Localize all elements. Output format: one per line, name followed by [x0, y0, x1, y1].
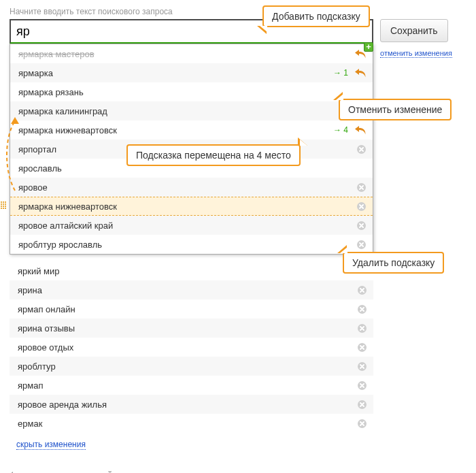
suggestion-row[interactable]: яровое аренда жилья	[10, 395, 373, 414]
suggestion-row[interactable]: ярмарка калининград	[10, 101, 373, 120]
suggestion-label: ярмарка нижневартовск	[18, 125, 333, 135]
suggestion-label: ярмарка	[18, 68, 333, 78]
suggestion-label: ярина	[18, 285, 358, 295]
hide-changes-link[interactable]: скрыть изменения	[16, 440, 86, 450]
move-arrow-icon	[3, 117, 24, 192]
suggestion-row[interactable]: яровое	[10, 178, 373, 197]
callout-undo-text: Отменить изменение	[348, 104, 442, 115]
undo-icon[interactable]	[355, 126, 366, 135]
suggestion-row[interactable]: яровое отдых	[10, 338, 373, 357]
undo-icon[interactable]	[355, 69, 366, 78]
suggestion-label: ярмап	[18, 380, 358, 391]
suggestion-row[interactable]: ярмарка нижневартовск→ 4	[10, 120, 373, 140]
delete-icon[interactable]	[358, 362, 367, 371]
suggestion-row[interactable]: ярмарка мастеров	[10, 44, 373, 63]
callout-moved: Подсказка перемещена на 4 место	[126, 144, 301, 166]
suggestion-label: яроблтур	[18, 361, 358, 372]
delete-icon[interactable]	[358, 305, 367, 314]
callout-add-text: Добавить подсказку	[272, 11, 360, 22]
footer-disable-link[interactable]: отключить мои настройки подсказок для ру…	[10, 470, 466, 473]
suggestion-row[interactable]: яровое алтайский край	[10, 216, 373, 235]
suggestion-label: яровое аренда жилья	[18, 399, 358, 410]
suggestion-row[interactable]: ярмап онлайн	[10, 299, 373, 319]
delete-icon[interactable]	[358, 400, 367, 409]
delete-icon[interactable]	[358, 381, 367, 390]
callout-delete-text: Удалить подсказку	[352, 257, 435, 268]
callout-delete: Удалить подсказку	[343, 252, 444, 274]
delete-icon[interactable]	[358, 343, 367, 352]
suggestion-row[interactable]: яроблтур	[10, 357, 373, 376]
suggestion-row[interactable]: ярина	[10, 280, 373, 299]
save-button[interactable]: Сохранить	[380, 19, 448, 42]
add-suggestion-button[interactable]: +	[364, 42, 373, 52]
cancel-changes-link[interactable]: отменить изменения	[380, 49, 452, 58]
suggestion-label: яровое	[18, 182, 357, 193]
drag-handle-icon[interactable]	[1, 201, 7, 211]
suggestion-row[interactable]: ярмарка нижневартовск	[10, 197, 373, 216]
suggestion-label: ермак	[18, 419, 358, 429]
delete-icon[interactable]	[358, 419, 367, 428]
suggestion-label: ярина отзывы	[18, 323, 358, 333]
delete-icon[interactable]	[358, 324, 367, 333]
suggestion-label: ярмарка калининград	[18, 106, 366, 116]
suggestion-label: ярмарка рязань	[18, 87, 366, 97]
delete-icon[interactable]	[357, 221, 366, 230]
callout-undo: Отменить изменение	[339, 99, 452, 120]
delete-icon[interactable]	[357, 202, 366, 211]
suggestion-row[interactable]: яркий мир	[10, 261, 373, 280]
hint-label: Начните вводить текст поискового запроса	[10, 7, 466, 16]
move-indicator: → 4	[333, 125, 348, 135]
suggestion-row[interactable]: яроблтур ярославль	[10, 235, 373, 254]
suggestion-label: яровое алтайский край	[18, 221, 357, 231]
suggestion-row[interactable]: ярмарка→ 1	[10, 63, 373, 82]
suggestion-row[interactable]: ярмарка рязань	[10, 82, 373, 101]
suggestion-label: ярмарка нижневартовск	[18, 201, 357, 212]
delete-icon[interactable]	[358, 286, 367, 295]
suggestion-label: яроблтур ярославль	[18, 240, 357, 250]
suggestion-list-rest: яркий миряринаярмап онлайнярина отзывыяр…	[10, 261, 373, 433]
delete-icon[interactable]	[357, 145, 366, 154]
suggestion-label: яровое отдых	[18, 342, 358, 353]
suggestion-label: яркий мир	[18, 266, 367, 276]
suggestion-row[interactable]: ярина отзывы	[10, 319, 373, 338]
move-indicator: → 1	[333, 68, 348, 78]
footer-disable-text[interactable]: отключить мои настройки подсказок для ру…	[23, 470, 235, 473]
callout-add: Добавить подсказку	[262, 5, 370, 27]
delete-icon[interactable]	[357, 183, 366, 192]
callout-moved-text: Подсказка перемещена на 4 место	[136, 150, 291, 161]
suggestion-label: ярмарка мастеров	[18, 49, 355, 59]
suggestion-label: ярмап онлайн	[18, 304, 358, 314]
delete-icon[interactable]	[357, 240, 366, 249]
suggestion-row[interactable]: ермак	[10, 414, 373, 433]
suggestion-row[interactable]: ярмап	[10, 376, 373, 395]
